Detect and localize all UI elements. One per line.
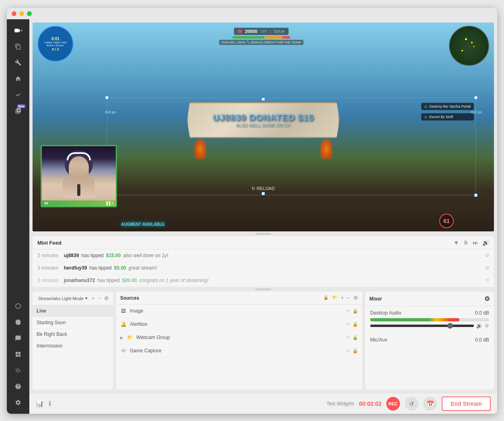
ammo-counter: 61	[439, 214, 454, 228]
mixer-channel-mic: Mic/Aux 0.0 dB	[365, 333, 494, 349]
lock-icon-3[interactable]: 🔒	[352, 335, 358, 340]
source-item-alertbox[interactable]: 🔔 Alertbox 👁 🔒	[116, 318, 362, 331]
desktop-audio-label: Desktop Audio	[370, 310, 401, 316]
scene-item-starting-soon[interactable]: Starting Soon	[33, 317, 113, 329]
scene-dropdown[interactable]: Streamlabs Light Mode ▾	[37, 295, 89, 302]
maximize-button[interactable]	[27, 11, 32, 16]
sources-folder-icon[interactable]: 📁	[332, 295, 338, 301]
stats-icon[interactable]: 📊	[36, 400, 44, 407]
feed-replay-2[interactable]: ↺	[485, 265, 489, 271]
add-source-button[interactable]: +	[341, 295, 344, 301]
sidebar-item-video-new[interactable]: New	[10, 104, 26, 118]
feed-message-2: great stream!	[129, 265, 157, 271]
mini-feed-header: Mini Feed ▼ ⏸ ⏭ 🔊	[33, 236, 494, 249]
mixer-title: Mixer	[369, 296, 382, 302]
eye-icon[interactable]: 👁	[346, 309, 350, 314]
eye-icon-3[interactable]: 👁	[346, 335, 350, 340]
donation-alert: UJ8839 DONATED $15 ALSO WELL DONE ON 1Y!	[187, 102, 340, 138]
scene-item-live[interactable]: Live	[33, 305, 113, 317]
sources-panel: Sources 🔒 📁 + − ⚙ 🖼 Image 👁	[116, 292, 362, 390]
content-area: 0:01 THREE TIMES TWO Build 2 Turrets. 0 …	[29, 19, 497, 414]
feed-replay-3[interactable]: ↺	[485, 278, 489, 283]
sidebar-item-camera[interactable]: ▾	[10, 23, 26, 38]
sidebar-item-chat[interactable]	[10, 331, 26, 345]
sidebar-item-copy[interactable]	[10, 39, 26, 54]
bottom-panel: Streamlabs Light Mode ▾ + − ⚙ Live Start…	[33, 292, 494, 390]
sidebar-item-settings[interactable]	[10, 395, 26, 410]
desktop-mute-icon[interactable]: 🔊	[476, 323, 482, 329]
info-icon[interactable]: ℹ	[49, 400, 51, 407]
donation-text: UJ8839 DONATED $15	[213, 112, 313, 123]
filter-icon[interactable]: ▼	[453, 239, 459, 246]
sidebar-item-help[interactable]	[10, 379, 26, 394]
desktop-audio-db: 0.0 dB	[475, 310, 489, 316]
source-item-webcam-group[interactable]: ▶ 📁 Webcam Group 👁 🔒	[116, 331, 362, 344]
source-item-game-capture[interactable]: ♾ Game Capture 👁 🔒	[116, 344, 362, 358]
webcam-overlay: 09 ▐▐ 2	[41, 145, 117, 207]
sidebar-item-analytics[interactable]	[10, 88, 26, 102]
desktop-volume-knob[interactable]	[447, 323, 453, 329]
skip-icon[interactable]: ⏭	[473, 239, 478, 246]
feed-message-3: congrats on 1 year of streaming!	[139, 278, 208, 283]
new-badge: New	[17, 104, 25, 108]
chevron-down-icon: ▾	[85, 296, 88, 301]
feed-action-2: has tipped	[89, 265, 111, 271]
scene-item-be-right-back[interactable]: Be Right Back	[33, 329, 113, 340]
desktop-audio-bar	[370, 318, 459, 321]
source-settings-icon[interactable]: ⚙	[353, 295, 358, 301]
sidebar-item-circle[interactable]	[10, 315, 26, 329]
desktop-channel-settings[interactable]: ⚙	[485, 323, 489, 329]
game-hud: 0:01 THREE TIMES TWO Build 2 Turrets. 0 …	[33, 26, 494, 66]
game-capture-icon: ♾	[120, 347, 127, 354]
feed-replay-1[interactable]: ↺	[485, 253, 489, 258]
expand-arrow[interactable]: ▶	[120, 335, 123, 340]
sidebar-item-bars[interactable]	[10, 363, 26, 378]
feed-amount-3: $20.00	[122, 278, 137, 283]
mini-feed-section: Mini Feed ▼ ⏸ ⏭ 🔊 2 minutes uj8839 has t…	[33, 236, 494, 287]
feed-username-1: uj8839	[64, 253, 79, 258]
feed-amount-2: $5.00	[114, 265, 126, 271]
add-scene-button[interactable]: +	[92, 295, 95, 301]
sidebar-item-star[interactable]	[10, 299, 26, 313]
resize-handle[interactable]	[29, 231, 497, 236]
schedule-button[interactable]: 📅	[423, 397, 437, 411]
feed-item: 2 minutes uj8839 has tipped $15.00 also …	[33, 249, 494, 262]
eye-icon-2[interactable]: 👁	[346, 322, 350, 327]
source-name-alertbox: Alertbox	[130, 321, 342, 327]
volume-icon[interactable]: 🔊	[482, 239, 489, 246]
source-controls-3: 👁 🔒	[346, 335, 358, 340]
rewind-button[interactable]: ↺	[405, 397, 418, 411]
minimize-button[interactable]	[19, 11, 24, 16]
scene-item-intermission[interactable]: Intermission	[33, 340, 113, 352]
sidebar-item-grid[interactable]	[10, 347, 26, 362]
source-name-webcam-group: Webcam Group	[136, 335, 342, 340]
group-source-icon: 📁	[127, 334, 133, 341]
rec-button[interactable]: REC	[386, 397, 400, 411]
sources-lock-icon[interactable]: 🔒	[323, 295, 329, 301]
scene-settings-icon[interactable]: ⚙	[104, 295, 109, 301]
sidebar: ▾ New	[7, 19, 29, 414]
mini-feed-title: Mini Feed	[37, 240, 61, 246]
source-item-image[interactable]: 🖼 Image 👁 🔒	[116, 305, 362, 318]
lock-icon[interactable]: 🔒	[352, 309, 358, 314]
lock-icon-2[interactable]: 🔒	[352, 322, 358, 327]
feed-action-3: has tipped	[97, 278, 119, 283]
feed-username-2: herdfuy39	[64, 265, 87, 271]
mixer-settings-icon[interactable]: ⚙	[484, 295, 490, 302]
resize-handle-2[interactable]	[29, 287, 497, 292]
remove-scene-button[interactable]: −	[98, 295, 101, 301]
desktop-volume-slider[interactable]	[370, 325, 474, 327]
lock-icon-4[interactable]: 🔒	[352, 348, 358, 354]
close-button[interactable]	[12, 11, 16, 16]
sidebar-item-tools[interactable]	[10, 55, 26, 70]
source-controls: 👁 🔒	[346, 309, 358, 314]
source-name-image: Image	[130, 308, 342, 314]
feed-item: 3 minutes herdfuy39 has tipped $5.00 gre…	[33, 262, 494, 274]
eye-icon-4[interactable]: 👁	[346, 348, 350, 354]
pause-icon[interactable]: ⏸	[463, 239, 469, 246]
end-stream-button[interactable]: End Stream	[442, 396, 491, 411]
sidebar-item-home[interactable]	[10, 72, 26, 86]
scenes-controls: + − ⚙	[92, 295, 109, 301]
remove-source-button[interactable]: −	[347, 295, 350, 301]
source-name-game-capture: Game Capture	[130, 348, 342, 354]
